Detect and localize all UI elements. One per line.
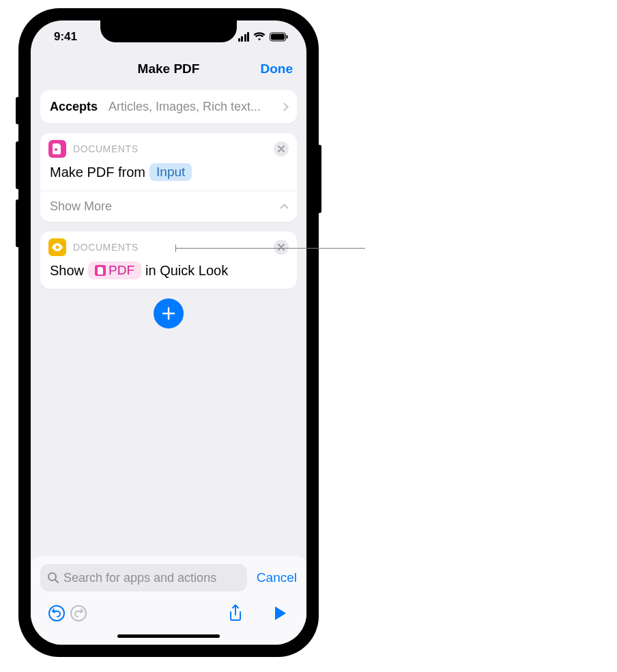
svg-point-8	[71, 606, 86, 621]
plus-icon	[161, 306, 176, 321]
play-icon	[274, 606, 287, 621]
run-button[interactable]	[270, 602, 291, 624]
svg-line-6	[55, 580, 58, 583]
document-icon	[95, 265, 106, 276]
svg-point-7	[49, 606, 64, 621]
document-icon	[48, 140, 66, 158]
remove-action-button[interactable]	[274, 141, 289, 156]
action-card-quick-look: DOCUMENTS Show PDF in Quick Look	[40, 232, 297, 289]
show-more-label: Show More	[50, 199, 112, 214]
side-button-mute	[16, 97, 20, 124]
pdf-token[interactable]: PDF	[88, 262, 141, 279]
add-action-button[interactable]	[154, 298, 184, 328]
spacer	[40, 338, 297, 556]
accepts-card: Accepts Articles, Images, Rich text...	[40, 90, 297, 124]
token-label: PDF	[109, 263, 134, 278]
done-button[interactable]: Done	[261, 61, 293, 76]
redo-icon	[70, 604, 87, 622]
callout-line	[175, 248, 365, 249]
undo-button[interactable]	[46, 602, 68, 624]
accepts-label: Accepts	[50, 100, 98, 114]
action-text-suffix: in Quick Look	[145, 263, 228, 279]
action-category: DOCUMENTS	[73, 143, 267, 154]
phone-frame: 9:41 Make PDF Done	[18, 8, 319, 657]
content-area: Accepts Articles, Images, Rich text... D…	[31, 85, 306, 556]
search-placeholder: Search for apps and actions	[63, 571, 216, 585]
svg-point-3	[55, 148, 57, 151]
wifi-icon	[253, 32, 266, 42]
remove-action-button[interactable]	[274, 240, 289, 255]
home-indicator	[117, 634, 220, 638]
input-token[interactable]: Input	[149, 163, 192, 181]
close-icon	[278, 145, 285, 152]
battery-icon	[270, 32, 289, 42]
redo-button[interactable]	[68, 602, 89, 624]
action-card-make-pdf: DOCUMENTS Make PDF from Input Show More	[40, 133, 297, 222]
page-title: Make PDF	[138, 61, 200, 76]
search-icon	[47, 572, 59, 584]
status-time: 9:41	[54, 30, 77, 44]
screen: 9:41 Make PDF Done	[31, 20, 306, 645]
chevron-right-icon	[280, 102, 289, 111]
nav-bar: Make PDF Done	[31, 53, 306, 85]
status-indicators	[238, 32, 289, 42]
svg-rect-2	[287, 36, 288, 39]
show-more-button[interactable]: Show More	[40, 191, 297, 222]
share-button[interactable]	[225, 602, 246, 624]
eye-icon	[48, 238, 66, 256]
action-text-prefix: Show	[50, 263, 84, 279]
close-icon	[278, 244, 285, 251]
svg-rect-1	[271, 34, 285, 40]
svg-point-4	[56, 246, 59, 249]
cellular-signal-icon	[238, 32, 250, 42]
undo-icon	[48, 604, 66, 622]
side-button-right	[317, 145, 321, 213]
side-button-vol-up	[16, 141, 20, 189]
search-input[interactable]: Search for apps and actions	[40, 564, 247, 591]
action-text[interactable]: Make PDF from Input	[40, 162, 297, 191]
share-icon	[228, 604, 243, 623]
token-label: Input	[156, 165, 185, 180]
accepts-row[interactable]: Accepts Articles, Images, Rich text...	[40, 90, 297, 124]
action-category: DOCUMENTS	[73, 242, 267, 253]
notch	[100, 20, 237, 42]
cancel-button[interactable]: Cancel	[257, 570, 297, 585]
action-text-prefix: Make PDF from	[50, 165, 145, 180]
chevron-up-icon	[280, 204, 289, 212]
accepts-value: Articles, Images, Rich text...	[109, 100, 276, 114]
action-text[interactable]: Show PDF in Quick Look	[40, 260, 297, 289]
search-drawer: Search for apps and actions Cancel	[31, 556, 306, 597]
side-button-vol-down	[16, 199, 20, 247]
